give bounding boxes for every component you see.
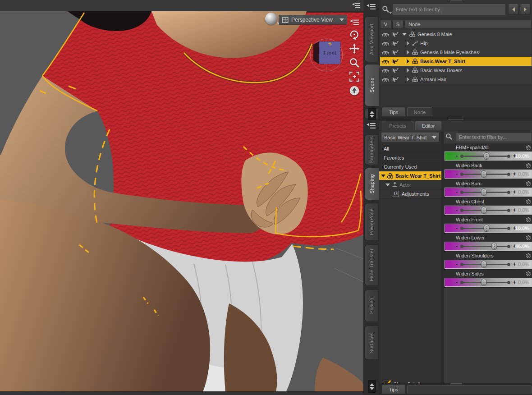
- visibility-eye-icon[interactable]: [381, 50, 390, 55]
- slider-value[interactable]: 46.0%: [515, 243, 529, 249]
- slider-thumb[interactable]: [481, 279, 487, 286]
- gear-icon[interactable]: [525, 198, 532, 205]
- expand-arrow-icon[interactable]: [402, 33, 407, 36]
- pane-group-menu-icon[interactable]: [366, 3, 376, 11]
- nav-item-adjustments[interactable]: G Adjustments: [379, 189, 441, 198]
- tree-item-label[interactable]: Basic Wear Boxers: [420, 68, 462, 73]
- tab-presets[interactable]: Presets: [382, 121, 413, 130]
- decrement-icon[interactable]: -: [456, 207, 458, 214]
- frame-icon[interactable]: [349, 71, 360, 82]
- slider-value[interactable]: 0.0%: [518, 189, 529, 195]
- nav-item-favorites[interactable]: Favorites: [379, 153, 441, 162]
- slider-bar[interactable]: - + 10.0%: [445, 224, 532, 233]
- decrement-icon[interactable]: -: [456, 152, 458, 160]
- column-header-selectable[interactable]: S: [392, 20, 404, 29]
- tree-item-label[interactable]: Genesis 8 Male: [417, 32, 452, 37]
- slider-thumb[interactable]: [481, 261, 487, 268]
- expand-arrow-icon[interactable]: [407, 68, 409, 73]
- selectable-cursor-icon[interactable]: [392, 68, 399, 73]
- search-options-chevron-icon[interactable]: [389, 12, 392, 14]
- tree-row-basic-wear-boxers[interactable]: Basic Wear Boxers: [380, 66, 532, 75]
- slider-bar[interactable]: - + 0.0%: [445, 260, 532, 269]
- tree-item-label[interactable]: Genesis 8 Male Eyelashes: [420, 50, 479, 55]
- pane-menu-icon[interactable]: [352, 2, 361, 9]
- visibility-eye-icon[interactable]: [381, 68, 390, 73]
- slider-thumb[interactable]: [484, 152, 490, 160]
- search-icon[interactable]: [445, 133, 453, 140]
- nav-item-all[interactable]: All: [379, 144, 441, 153]
- tree-row-hip[interactable]: Hip: [380, 39, 532, 48]
- selectable-cursor-icon[interactable]: [392, 59, 399, 64]
- horizontal-splitter[interactable]: [379, 116, 532, 121]
- tab-powerpose[interactable]: PowerPose: [364, 203, 378, 241]
- decrement-icon[interactable]: -: [456, 188, 458, 196]
- orbit-icon[interactable]: [349, 29, 360, 40]
- visibility-eye-icon[interactable]: [381, 32, 390, 37]
- scroll-up-icon[interactable]: [370, 383, 374, 386]
- tree-row-armani-hair[interactable]: Armani Hair: [380, 75, 532, 84]
- gear-icon[interactable]: [525, 180, 532, 187]
- nav-item-currently-used[interactable]: Currently Used: [379, 162, 441, 171]
- slider-value[interactable]: 0.0%: [518, 171, 529, 177]
- shaping-filter-input[interactable]: [456, 132, 532, 142]
- slider-thumb[interactable]: [481, 170, 487, 178]
- column-header-node[interactable]: Node: [404, 20, 532, 29]
- selectable-cursor-icon[interactable]: [392, 77, 399, 83]
- tab-posing[interactable]: Posing: [364, 289, 378, 322]
- slider-value[interactable]: 0.0%: [518, 207, 529, 213]
- slider-thumb[interactable]: [481, 188, 487, 196]
- slider-bar[interactable]: - + 0.0%: [445, 188, 532, 197]
- gear-icon[interactable]: [525, 253, 532, 259]
- tab-scroll-arrows[interactable]: [368, 108, 376, 120]
- gear-icon[interactable]: [525, 144, 532, 151]
- selectable-cursor-icon[interactable]: [392, 32, 399, 37]
- visibility-eye-icon[interactable]: [381, 59, 390, 64]
- search-icon[interactable]: [382, 5, 390, 13]
- selectable-cursor-icon[interactable]: [392, 41, 399, 46]
- increment-icon[interactable]: +: [513, 207, 516, 214]
- decrement-icon[interactable]: -: [456, 279, 458, 286]
- pane-group-menu-icon[interactable]: [366, 122, 376, 130]
- expand-arrow-icon[interactable]: [407, 50, 409, 55]
- slider-value[interactable]: 10.0%: [515, 225, 529, 231]
- selectable-cursor-icon[interactable]: [392, 50, 399, 55]
- tab-face-transfer[interactable]: Face Transfer: [364, 244, 378, 286]
- tab-parameters[interactable]: Parameters: [364, 134, 378, 165]
- scroll-up-icon[interactable]: [370, 111, 374, 114]
- tab-surfaces[interactable]: Surfaces: [364, 326, 378, 360]
- expand-arrow-icon[interactable]: [381, 175, 385, 177]
- tree-row-eyelashes[interactable]: Genesis 8 Male Eyelashes: [380, 48, 532, 57]
- expand-arrow-icon[interactable]: [407, 59, 409, 64]
- tab-tips[interactable]: Tips: [382, 107, 405, 116]
- slider-bar[interactable]: - + 46.0%: [445, 242, 532, 251]
- reset-view-icon[interactable]: [349, 85, 360, 96]
- slider-thumb[interactable]: [484, 225, 490, 232]
- slider-thumb[interactable]: [491, 243, 497, 250]
- tab-editor[interactable]: Editor: [415, 121, 441, 130]
- view-selector-dropdown[interactable]: Perspective View: [279, 15, 347, 25]
- tree-row-basic-wear-tshirt[interactable]: Basic Wear T_Shirt: [380, 57, 532, 66]
- 3d-viewport[interactable]: Perspective View Front: [0, 11, 363, 391]
- tab-aux-viewport[interactable]: Aux Viewport: [364, 16, 378, 62]
- decrement-icon[interactable]: -: [456, 261, 458, 268]
- slider-thumb[interactable]: [481, 207, 487, 214]
- gear-icon[interactable]: [525, 234, 532, 241]
- gear-icon[interactable]: [525, 216, 532, 223]
- decrement-icon[interactable]: -: [456, 243, 458, 250]
- scene-filter-input[interactable]: [393, 4, 505, 15]
- view-cube[interactable]: Front: [308, 36, 344, 72]
- slider-value[interactable]: 0.0%: [518, 262, 529, 267]
- column-header-visibility[interactable]: V: [380, 20, 391, 29]
- slider-bar[interactable]: - + 10.0%: [445, 152, 532, 161]
- gear-icon[interactable]: [525, 271, 532, 277]
- nav-item-actor[interactable]: Actor: [379, 180, 441, 189]
- prev-button[interactable]: [508, 4, 519, 15]
- decrement-icon[interactable]: -: [456, 225, 458, 232]
- increment-icon[interactable]: +: [513, 170, 516, 178]
- slider-value[interactable]: 10.0%: [515, 153, 529, 159]
- expand-arrow-icon[interactable]: [407, 77, 409, 82]
- tab-scroll-arrows[interactable]: [368, 380, 376, 393]
- view-cube-side-face[interactable]: [313, 41, 319, 64]
- tab-shaping[interactable]: Shaping: [364, 168, 379, 200]
- pan-icon[interactable]: [349, 43, 360, 54]
